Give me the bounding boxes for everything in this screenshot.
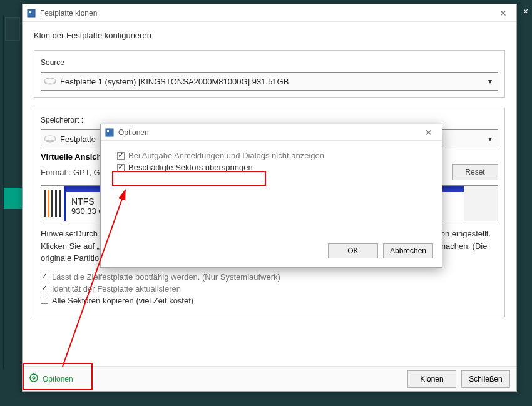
source-label: Source [41,58,498,67]
clone-dialog-subtitle: Klon der Festplatte konfigurieren [34,31,505,40]
options-dialog-title: Optionen [118,128,149,137]
checkbox-icon [117,164,125,171]
dest-label: Speicherort : [41,116,498,124]
disk-icon [44,134,56,145]
checkbox-label: Lässt die Zielfestplatte bootfähig werde… [52,272,280,282]
app-icon [26,8,36,18]
svg-rect-9 [107,130,109,132]
gear-icon [29,373,39,385]
checkbox-icon [41,273,48,280]
bg-icon-fragment [5,17,20,41]
checkbox-icon [117,152,125,160]
clone-dialog-footer: Optionen Klonen Schließen [23,366,516,391]
disk-icon [44,76,56,87]
ok-button[interactable]: OK [328,243,378,258]
options-dialog-titlebar[interactable]: Optionen ✕ [101,124,442,141]
source-dropdown-text: Festplatte 1 (system) [KINGSTONSA2000M81… [60,77,485,86]
checkbox-icon [41,285,48,292]
clone-button[interactable]: Klonen [407,370,456,388]
clone-dialog-titlebar[interactable]: Festplatte klonen ✕ [23,4,516,22]
checkbox-label: Beschädigte Sektors überspringen [128,163,253,172]
close-button[interactable]: Schließen [461,370,510,388]
partition-handles[interactable] [41,186,64,221]
svg-rect-1 [29,11,31,13]
background-app-fragment [3,16,22,368]
bg-selected-fragment [4,188,23,209]
cancel-button[interactable]: Abbrechen [383,243,433,258]
chevron-down-icon: ▾ [485,134,495,143]
svg-rect-8 [106,129,113,136]
format-text: Format : GPT, G [41,168,100,177]
source-dropdown[interactable]: Festplatte 1 (system) [KINGSTONSA2000M81… [41,72,498,91]
checkbox-icon [41,297,48,304]
partition-tail[interactable] [464,186,498,221]
svg-point-3 [44,78,56,83]
svg-point-5 [44,136,56,141]
svg-point-7 [33,377,35,379]
checkbox-suppress-dialogs[interactable]: Bei Aufgabe Anmeldungen und Dialogs nich… [117,151,432,160]
options-link-label: Optionen [43,375,73,383]
options-link[interactable]: Optionen [29,373,73,385]
reset-button[interactable]: Reset [452,164,498,180]
options-dialog: Optionen ✕ Bei Aufgabe Anmeldungen und D… [100,124,442,268]
checkbox-label: Identität der Festplatte aktualisieren [52,284,181,293]
clone-dialog-title: Festplatte klonen [40,9,97,18]
checkbox-allsectors[interactable]: Alle Sektoren kopieren (viel Zeit kostet… [41,296,498,305]
checkbox-skip-bad-sectors[interactable]: Beschädigte Sektors überspringen [117,163,432,172]
source-group: Source Festplatte 1 (system) [KINGSTONSA… [34,50,505,98]
chevron-down-icon: ▾ [485,77,495,86]
checkbox-identity[interactable]: Identität der Festplatte aktualisieren [41,284,498,293]
checkbox-label: Bei Aufgabe Anmeldungen und Dialogs nich… [128,151,324,160]
checkbox-bootable[interactable]: Lässt die Zielfestplatte bootfähig werde… [41,272,498,282]
bg-close-fragment: × [523,6,532,18]
app-icon [105,128,115,138]
svg-rect-0 [28,9,35,17]
close-icon[interactable]: ✕ [419,128,438,138]
close-icon[interactable]: ✕ [494,8,513,18]
checkbox-label: Alle Sektoren kopieren (viel Zeit kostet… [52,296,193,305]
